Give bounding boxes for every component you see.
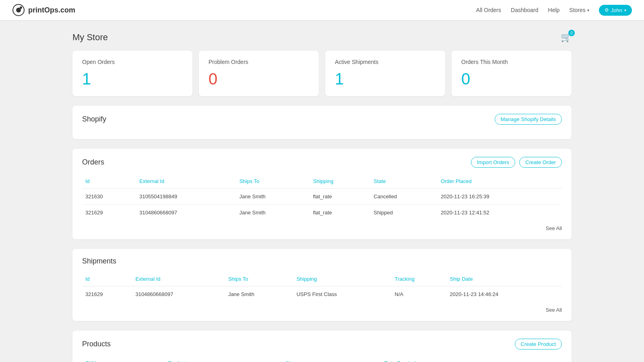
products-table: SKU Product Name Date Created xyxy=(82,356,562,362)
stat-label-problem-orders: Problem Orders xyxy=(208,59,309,65)
ship-col-tracking: Tracking xyxy=(392,272,447,286)
table-row[interactable]: 321629 3104860668097 Jane Smith USPS Fir… xyxy=(82,286,562,302)
shipments-header: Shipments xyxy=(82,257,562,265)
orders-actions: Import Orders Create Order xyxy=(471,157,562,168)
order-ships-to: Jane Smith xyxy=(236,189,310,205)
stat-label-open-orders: Open Orders xyxy=(82,59,183,65)
store-title: My Store xyxy=(72,32,108,43)
orders-see-all[interactable]: See All xyxy=(82,220,562,231)
chevron-down-icon: ▾ xyxy=(624,8,626,12)
ship-col-id: Id xyxy=(82,272,132,286)
orders-table: Id External Id Ships To Shipping State O… xyxy=(82,174,562,220)
chevron-down-icon: ▾ xyxy=(587,8,589,12)
shipments-table-body: 321629 3104860668097 Jane Smith USPS Fir… xyxy=(82,286,562,302)
stat-value-orders-this-month: 0 xyxy=(461,70,562,88)
shipment-shipping: USPS First Class xyxy=(293,286,392,302)
stat-card-problem-orders: Problem Orders 0 xyxy=(199,51,319,96)
orders-table-header: Id External Id Ships To Shipping State O… xyxy=(82,174,562,189)
dashboard-link[interactable]: Dashboard xyxy=(511,7,539,13)
stat-card-open-orders: Open Orders 1 xyxy=(72,51,192,96)
shipment-external-id: 3104860668097 xyxy=(132,286,225,302)
manage-shopify-button[interactable]: Manage Shopify Details xyxy=(495,114,562,125)
products-table-header: SKU Product Name Date Created xyxy=(82,356,562,362)
stat-label-orders-this-month: Orders This Month xyxy=(461,59,562,65)
cart-badge: 0 xyxy=(568,30,575,36)
ship-col-external-id: External Id xyxy=(132,272,225,286)
import-orders-button[interactable]: Import Orders xyxy=(471,157,515,168)
shopify-section: Shopify Manage Shopify Details xyxy=(72,106,572,139)
products-title: Products xyxy=(82,340,111,348)
col-ships-to: Ships To xyxy=(236,174,310,189)
help-link[interactable]: Help xyxy=(548,7,560,13)
stat-label-active-shipments: Active Shipments xyxy=(335,59,436,65)
main-content: My Store 🛒 0 Open Orders 1 Problem Order… xyxy=(0,20,644,362)
shipments-section: Shipments Id External Id Ships To Shippi… xyxy=(72,249,572,321)
table-row[interactable]: 321630 3105504198849 Jane Smith flat_rat… xyxy=(82,189,562,205)
all-orders-link[interactable]: All Orders xyxy=(476,7,501,13)
table-row[interactable]: 321629 3104860668097 Jane Smith flat_rat… xyxy=(82,205,562,221)
order-external-id: 3105504198849 xyxy=(136,189,236,205)
store-header: My Store 🛒 0 xyxy=(72,32,572,43)
order-state: Shipped xyxy=(370,205,438,221)
stats-row: Open Orders 1 Problem Orders 0 Active Sh… xyxy=(72,51,572,96)
col-external-id: External Id xyxy=(136,174,236,189)
stat-card-orders-this-month: Orders This Month 0 xyxy=(452,51,572,96)
order-state: Cancelled xyxy=(370,189,438,205)
col-order-placed: Order Placed xyxy=(438,174,562,189)
order-id: 321629 xyxy=(82,205,136,221)
gear-icon: ⚙ xyxy=(605,7,609,13)
stat-value-active-shipments: 1 xyxy=(335,70,436,88)
order-ships-to: Jane Smith xyxy=(236,205,310,221)
stat-value-problem-orders: 0 xyxy=(208,70,309,88)
shipments-see-all[interactable]: See All xyxy=(82,302,562,313)
user-menu-button[interactable]: ⚙ John ▾ xyxy=(599,5,632,16)
col-state: State xyxy=(370,174,438,189)
shopify-title: Shopify xyxy=(82,115,106,123)
ship-col-ship-date: Ship Date xyxy=(447,272,562,286)
order-id: 321630 xyxy=(82,189,136,205)
shipment-ship-date: 2020-11-23 14:46:24 xyxy=(447,286,562,302)
create-product-button[interactable]: Create Product xyxy=(515,339,562,350)
shipments-table: Id External Id Ships To Shipping Trackin… xyxy=(82,272,562,302)
svg-point-2 xyxy=(20,6,22,9)
ship-col-shipping: Shipping xyxy=(293,272,392,286)
shipments-table-header: Id External Id Ships To Shipping Trackin… xyxy=(82,272,562,286)
order-placed: 2020-11-23 12:41:52 xyxy=(438,205,562,221)
shipment-ships-to: Jane Smith xyxy=(225,286,293,302)
products-section: Products Create Product SKU Product Name… xyxy=(72,331,572,362)
order-external-id: 3104860668097 xyxy=(136,205,236,221)
navbar: printOps.com All Orders Dashboard Help S… xyxy=(0,0,644,20)
cart-button[interactable]: 🛒 0 xyxy=(561,32,572,43)
logo-icon xyxy=(12,4,25,16)
stat-value-open-orders: 1 xyxy=(82,70,183,88)
orders-table-body: 321630 3105504198849 Jane Smith flat_rat… xyxy=(82,189,562,221)
create-order-button[interactable]: Create Order xyxy=(519,157,562,168)
shipments-title: Shipments xyxy=(82,257,116,265)
products-header: Products Create Product xyxy=(82,339,562,350)
ship-col-ships-to: Ships To xyxy=(225,272,293,286)
prod-col-sku: SKU xyxy=(82,356,165,362)
shopify-header: Shopify Manage Shopify Details xyxy=(82,114,562,125)
navbar-links: All Orders Dashboard Help Stores ▾ ⚙ Joh… xyxy=(476,5,632,16)
shipment-tracking: N/A xyxy=(392,286,447,302)
prod-col-product: Product xyxy=(165,356,283,362)
stat-card-active-shipments: Active Shipments 1 xyxy=(325,51,445,96)
order-shipping: flat_rate xyxy=(310,189,370,205)
stores-dropdown[interactable]: Stores ▾ xyxy=(569,7,589,13)
logo[interactable]: printOps.com xyxy=(12,4,75,16)
prod-col-date-created: Date Created xyxy=(381,356,562,362)
col-shipping: Shipping xyxy=(310,174,370,189)
order-placed: 2020-11-23 16:25:39 xyxy=(438,189,562,205)
col-id: Id xyxy=(82,174,136,189)
orders-header: Orders Import Orders Create Order xyxy=(82,157,562,168)
order-shipping: flat_rate xyxy=(310,205,370,221)
shipment-id: 321629 xyxy=(82,286,132,302)
prod-col-name: Name xyxy=(283,356,381,362)
orders-section: Orders Import Orders Create Order Id Ext… xyxy=(72,149,572,239)
orders-title: Orders xyxy=(82,158,104,167)
